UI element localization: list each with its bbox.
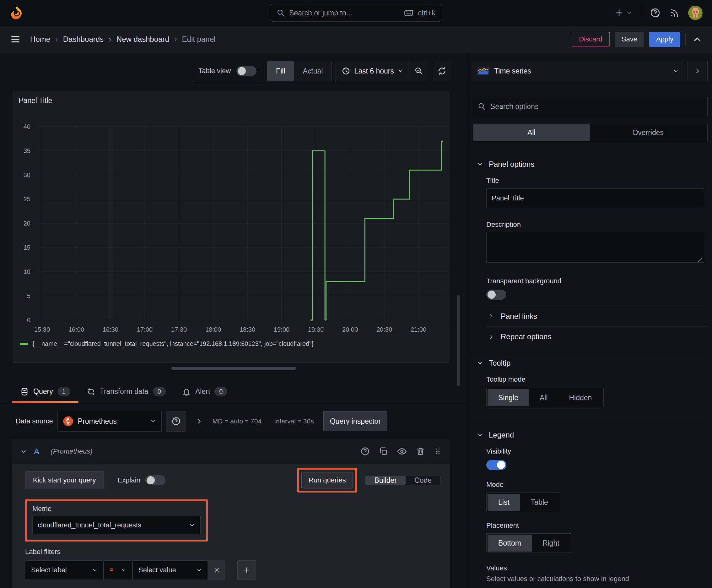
zoom-out-icon[interactable] [409, 61, 428, 81]
add-filter-button[interactable] [237, 560, 256, 580]
menu-hamburger-icon[interactable] [10, 34, 21, 45]
delete-query-trash-icon[interactable] [416, 447, 425, 456]
select-label-dropdown[interactable]: Select label [25, 560, 104, 580]
transparent-background-toggle[interactable] [486, 290, 506, 300]
remove-filter-button[interactable] [208, 560, 225, 580]
chevron-down-icon [477, 360, 483, 366]
database-icon [20, 387, 29, 396]
series-color-dash[interactable] [20, 343, 28, 345]
metric-select[interactable]: cloudflared_tunnel_total_requests [33, 516, 201, 534]
main-scrollbar[interactable] [457, 295, 459, 386]
actual-option[interactable]: Actual [294, 61, 331, 81]
legend-placement-right[interactable]: Right [532, 534, 570, 551]
tab-all[interactable]: All [473, 124, 590, 141]
chevron-down-icon [477, 161, 483, 167]
tooltip-mode-label: Tooltip mode [486, 375, 708, 384]
datasource-picker[interactable]: Prometheus [58, 411, 162, 432]
fill-option[interactable]: Fill [267, 61, 294, 81]
builder-option[interactable]: Builder [365, 476, 406, 485]
hide-query-eye-icon[interactable] [397, 446, 407, 456]
svg-text:25: 25 [24, 196, 30, 203]
discard-button[interactable]: Discard [572, 32, 610, 47]
legend-header[interactable]: Legend [472, 424, 708, 446]
search-icon [277, 9, 285, 17]
datasource-help-button[interactable] [166, 411, 186, 432]
resize-grip-icon[interactable] [698, 257, 703, 262]
select-value-dropdown[interactable]: Select value [132, 560, 208, 580]
code-option[interactable]: Code [406, 476, 440, 485]
search-placeholder: Search or jump to... [289, 9, 400, 17]
chevron-right-icon[interactable] [196, 417, 203, 425]
query-row-header[interactable]: A (Prometheus) [12, 439, 450, 464]
breadcrumb-dashboards[interactable]: Dashboards [63, 35, 104, 44]
chevron-down-icon[interactable] [20, 448, 27, 455]
series-label[interactable]: {__name__="cloudflared_tunnel_total_requ… [33, 340, 314, 348]
breadcrumb: Home › Dashboards › New dashboard › Edit… [30, 35, 215, 44]
news-rss-icon[interactable] [669, 8, 679, 18]
legend-values-label: Values [486, 564, 708, 573]
explain-toggle[interactable] [145, 475, 166, 485]
breadcrumb-new-dashboard[interactable]: New dashboard [116, 35, 169, 44]
panel-links-row[interactable]: Panel links [472, 306, 708, 327]
apply-button[interactable]: Apply [649, 32, 680, 47]
breadcrumb-bar: Home › Dashboards › New dashboard › Edit… [0, 26, 712, 53]
help-icon[interactable] [650, 7, 661, 18]
options-search-input[interactable] [490, 102, 702, 111]
legend-mode-table[interactable]: Table [520, 494, 559, 511]
keyboard-icon [404, 8, 413, 18]
duplicate-query-icon[interactable] [379, 447, 388, 456]
query-editor-card: A (Prometheus) [12, 439, 450, 588]
visualization-picker[interactable]: Time series [472, 61, 684, 81]
svg-text:30: 30 [24, 171, 30, 178]
new-menu-button[interactable] [614, 8, 632, 18]
table-view-label: Table view [198, 67, 231, 75]
clock-icon [342, 67, 350, 76]
tab-transform-data[interactable]: Transform data 0 [79, 380, 174, 403]
chevron-down-icon [477, 432, 483, 438]
panel-resize-handle[interactable] [171, 367, 296, 370]
table-view-control: Table view [192, 61, 263, 81]
svg-text:20:30: 20:30 [376, 326, 392, 333]
tooltip-header[interactable]: Tooltip [472, 352, 708, 374]
tab-query[interactable]: Query 1 [12, 380, 79, 403]
table-view-toggle[interactable] [236, 66, 257, 76]
chevron-down-icon [196, 567, 202, 573]
tooltip-mode-hidden[interactable]: Hidden [559, 389, 603, 406]
breadcrumb-edit-panel: Edit panel [182, 35, 216, 44]
repeat-options-row[interactable]: Repeat options [472, 327, 708, 347]
alert-count-badge: 0 [214, 387, 227, 396]
global-search-input[interactable]: Search or jump to... ctrl+k [270, 4, 442, 22]
tooltip-mode-all[interactable]: All [529, 389, 559, 406]
breadcrumb-home[interactable]: Home [30, 35, 50, 44]
tab-overrides[interactable]: Overrides [590, 124, 707, 141]
viz-suggestions-button[interactable] [688, 61, 708, 81]
legend-visibility-toggle[interactable] [486, 460, 506, 470]
user-avatar[interactable] [688, 6, 703, 20]
operator-dropdown[interactable]: = [104, 560, 132, 580]
panel-options-header[interactable]: Panel options [472, 153, 708, 175]
legend-mode-list[interactable]: List [488, 494, 520, 511]
chevron-up-icon[interactable] [693, 35, 702, 44]
query-help-icon[interactable] [360, 447, 370, 456]
panel-description-textarea[interactable] [486, 232, 704, 262]
query-inspector-button[interactable]: Query inspector [323, 411, 387, 431]
drag-grip-icon[interactable] [434, 447, 442, 456]
run-queries-button[interactable]: Run queries [301, 472, 353, 488]
legend-placement-bottom[interactable]: Bottom [488, 534, 532, 551]
tab-alert[interactable]: Alert 0 [174, 380, 235, 403]
tooltip-mode-single[interactable]: Single [488, 389, 529, 406]
svg-text:18:30: 18:30 [239, 326, 255, 333]
time-range-label: Last 6 hours [354, 67, 394, 76]
save-button[interactable]: Save [615, 32, 644, 47]
timeseries-chart[interactable]: 051015202530354015:3016:0016:3017:0017:3… [12, 91, 450, 362]
fill-actual-group: Fill Actual [267, 61, 332, 81]
refresh-button[interactable] [432, 61, 452, 81]
search-icon [478, 102, 486, 110]
transform-icon [87, 387, 95, 396]
chevron-down-icon [398, 68, 404, 74]
grafana-logo-icon[interactable] [9, 5, 24, 20]
time-range-picker[interactable]: Last 6 hours [336, 61, 409, 81]
select-value-placeholder: Select value [138, 566, 176, 574]
panel-title-input[interactable] [486, 188, 704, 208]
kick-start-query-button[interactable]: Kick start your query [25, 471, 104, 489]
